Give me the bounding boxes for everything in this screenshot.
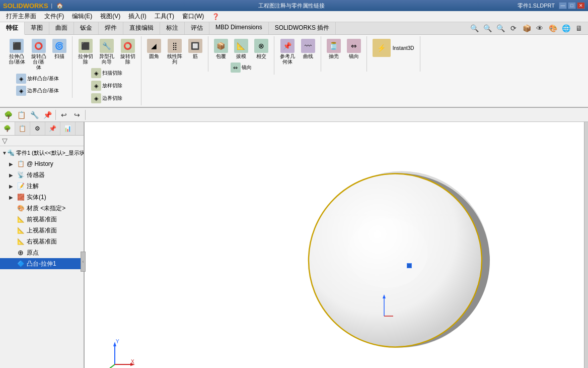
zoom-out-icon[interactable]: 🔍 [494,22,506,34]
display-style[interactable]: 👁 [534,22,546,34]
hole-wizard-button[interactable]: 🔧 异型孔向导 [97,37,117,66]
sweep-button[interactable]: 🌀 扫描 [50,37,69,60]
ribbon-group-cut: ⬛ 拉伸切除 🔧 异型孔向导 ⭕ 旋转切除 ◈ 扫描切除 ◈ [72,36,141,105]
intersect-icon: ⊗ [254,39,268,53]
panel-tab-props[interactable]: 📋 [15,122,30,135]
extrude-cut-button[interactable]: ⬛ 拉伸切除 [76,37,96,66]
curves-button[interactable]: 〰 曲线 [299,37,318,60]
tab-weldments[interactable]: 焊件 [99,22,123,34]
tree-right-plane-item[interactable]: ▶ 📐 右视基准面 [0,236,84,247]
panel-tab-config[interactable]: ⚙ [30,122,45,135]
linear-pattern-button[interactable]: ⣿ 线性阵列 [165,37,185,66]
view-options[interactable]: 📦 [521,22,533,34]
revolve-cut-button[interactable]: ⭕ 旋转切除 [118,37,138,66]
annotations-expander[interactable]: ▶ [9,183,16,189]
wrap-button[interactable]: 📦 包覆 [211,37,231,60]
menu-extra[interactable]: ❓ [208,12,224,21]
loft-boss-button[interactable]: ◈ 放样凸台/基体 [14,73,61,85]
tree-extrude1-item[interactable]: ▶ 🔷 凸台-拉伸1 [0,258,84,269]
scene-icon[interactable]: 🌐 [560,22,572,34]
draft-button[interactable]: 📐 拔模 [232,37,251,60]
panel-tabs: 🌳 📋 ⚙ 📌 📊 [0,122,84,136]
appearance-icon[interactable]: 🎨 [547,22,559,34]
boundary-boss-button[interactable]: ◈ 边界凸台/基体 [14,85,61,97]
extrude-boss-button[interactable]: ⬛ 拉伸凸台/基体 [6,37,28,66]
solid-expander[interactable]: ▶ [9,195,16,200]
tab-solidworks-addins[interactable]: SOLIDWORKS 插件 [269,22,336,34]
right-resize-handle[interactable] [584,122,588,368]
title-bar: SOLIDWORKS | 🏠 工程图注释与零件属性链接 零件1.SLDPRT —… [0,0,588,11]
close-button[interactable]: ✕ [577,2,585,9]
menu-edit[interactable]: 编辑(E) [68,11,96,22]
sweep-cut-button[interactable]: ◈ 扫描切除 [89,67,124,79]
tree-top-plane-item[interactable]: ▶ 📐 上视基准面 [0,225,84,236]
zoom-in-icon[interactable]: 🔍 [481,22,493,34]
tab-sheetmetal[interactable]: 钣金 [74,22,99,34]
panel-tab-tree[interactable]: 🌳 [0,122,15,135]
rib-button[interactable]: 🔲 筋 [186,37,205,60]
tab-annotation[interactable]: 标注 [160,22,185,34]
config-manager-tab[interactable]: 🔧 [28,109,40,121]
menu-bar: 打开主界面 文件(F) 编辑(E) 视图(V) 插入(I) 工具(T) 窗口(W… [0,11,588,22]
front-plane-icon: 📐 [16,215,25,224]
monitor-icon[interactable]: 🖥 [573,22,585,34]
fillet-icon: ◢ [147,39,161,53]
viewport[interactable]: Y X Z [85,122,584,368]
reference-geometry-button[interactable]: 📌 参考几何体 [277,37,298,66]
tab-evaluate[interactable]: 评估 [185,22,209,34]
mirror2-button[interactable]: ⇔ 镜向 [344,37,363,60]
appearance-manager-tab[interactable]: 📌 [41,109,53,121]
tab-surface[interactable]: 曲面 [49,22,74,34]
panel-tab-appearance[interactable]: 📌 [45,122,60,135]
ribbon-content: ⬛ 拉伸凸台/基体 ⭕ 旋转凸台/基体 🌀 扫描 ◈ 放样凸台/基体 [0,35,588,107]
menu-window[interactable]: 窗口(W) [178,11,208,22]
tree-origin-item[interactable]: ▶ ⊕ 原点 [0,247,84,258]
history-expander[interactable]: ▶ [9,161,16,167]
intersect-button[interactable]: ⊗ 相交 [252,37,271,60]
tree-root-item[interactable]: ▼ 🔩 零件1 (默认<<默认>_显示状... [0,147,84,158]
menu-tools[interactable]: 工具(T) [151,11,178,22]
instant3d-button[interactable]: ⚡ Instant3D [370,37,417,59]
property-manager-tab[interactable]: 📋 [15,109,27,121]
front-plane-label: 前视基准面 [27,215,57,224]
menu-home[interactable]: 打开主界面 [2,11,40,22]
root-expander[interactable]: ▼ [2,150,7,156]
fillet-button[interactable]: ◢ 圆角 [144,37,164,60]
undo-button[interactable]: ↩ [58,109,70,121]
menu-insert[interactable]: 插入(I) [124,11,150,22]
tree-material-item[interactable]: ▶ 🎨 材质 <未指定> [0,203,84,214]
tree-solid-item[interactable]: ▶ 🧱 实体(1) [0,192,84,203]
window-controls[interactable]: — □ ✕ [559,2,585,9]
boundary-boss-icon: ◈ [16,86,26,96]
mirror-label: 镜向 [242,64,252,71]
mirror-button[interactable]: ⇔ 镜向 [229,62,254,74]
maximize-button[interactable]: □ [568,2,576,9]
tab-features[interactable]: 特征 [0,22,25,35]
redo-button[interactable]: ↪ [71,109,83,121]
disc-svg [292,154,503,366]
tab-direct-edit[interactable]: 直接编辑 [123,22,160,34]
panel-collapse-handle[interactable]: ‹ [81,252,86,272]
tree-annotations-item[interactable]: ▶ 📝 注解 [0,180,84,192]
loft-cut-label: 放样切除 [102,82,122,89]
feature-tree-tab[interactable]: 🌳 [2,109,14,121]
tree-front-plane-item[interactable]: ▶ 📐 前视基准面 [0,214,84,225]
loft-cut-button[interactable]: ◈ 放样切除 [89,80,124,92]
tab-sketch[interactable]: 草图 [25,22,49,34]
boundary-cut-button[interactable]: ◈ 边界切除 [89,92,124,104]
ribbon: 特征 草图 曲面 钣金 焊件 直接编辑 标注 评估 MBD Dimensions… [0,22,588,108]
tree-sensors-item[interactable]: ▶ 📡 传感器 [0,169,84,180]
shell-button[interactable]: 🫙 抽壳 [324,37,343,60]
tree-history-item[interactable]: ▶ 📋 @ History [0,158,84,169]
menu-view[interactable]: 视图(V) [96,11,124,22]
minimize-button[interactable]: — [559,2,567,9]
panel-tab-data[interactable]: 📊 [60,122,76,135]
shell-buttons: 🫙 抽壳 ⇔ 镜向 [324,37,363,60]
rotate-icon[interactable]: ⟳ [507,22,520,34]
sensors-expander[interactable]: ▶ [9,172,16,178]
tab-mbd[interactable]: MBD Dimensions [209,22,269,34]
revolve-boss-label: 旋转凸台/基体 [31,53,46,70]
menu-file[interactable]: 文件(F) [40,11,68,22]
revolve-boss-button[interactable]: ⭕ 旋转凸台/基体 [29,37,49,72]
search-small-icon[interactable]: 🔍 [468,22,480,34]
